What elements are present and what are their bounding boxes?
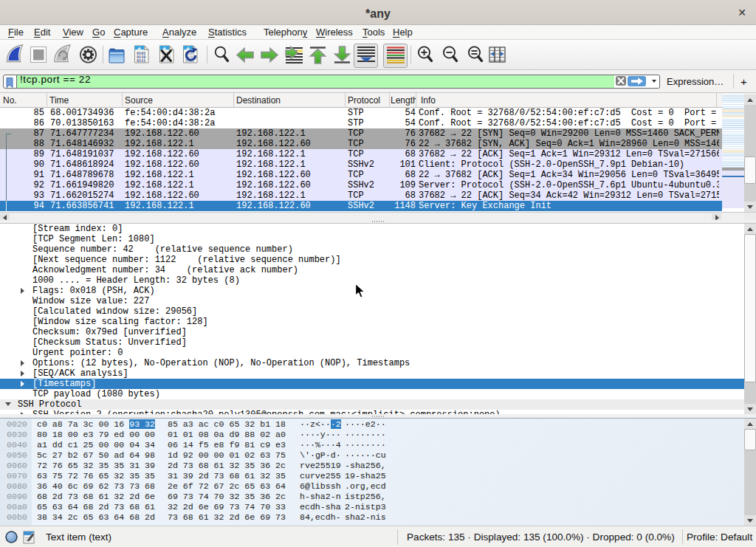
svg-text:0111: 0111 (137, 59, 145, 63)
